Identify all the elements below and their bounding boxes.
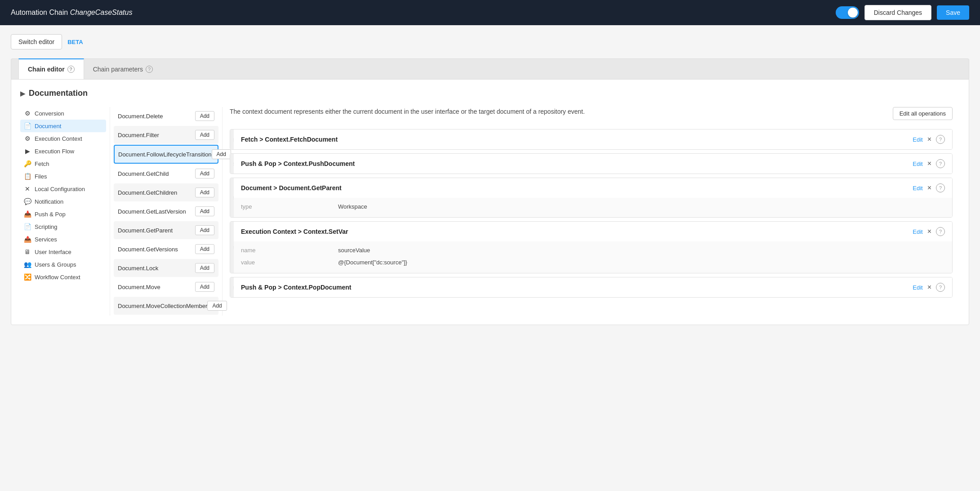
add-operation-button[interactable]: Add [195, 206, 214, 216]
category-item-workflow-context[interactable]: 🔀Workflow Context [20, 271, 106, 283]
category-item-push-pop[interactable]: 📥Push & Pop [20, 208, 106, 220]
save-button[interactable]: Save [937, 5, 969, 20]
category-item-scripting[interactable]: 📄Scripting [20, 220, 106, 233]
chain-op-actions: Edit × ? [913, 183, 945, 192]
category-item-document[interactable]: 📄Document [20, 120, 106, 132]
chain-description: The context document represents either t… [230, 107, 953, 116]
operation-row-doc-getlastversion[interactable]: Document.GetLastVersionAdd [114, 202, 218, 220]
edit-operation-button[interactable]: Edit [913, 185, 922, 192]
operation-help-button[interactable]: ? [936, 183, 945, 192]
category-item-services[interactable]: 📤Services [20, 233, 106, 246]
category-icon: ▶ [24, 147, 31, 155]
category-icon: 📥 [24, 210, 31, 218]
edit-all-operations-button[interactable]: Edit all operations [893, 107, 953, 120]
chain-op-header: Push & Pop > Context.PopDocument Edit × … [234, 277, 952, 297]
operation-row-doc-getversions[interactable]: Document.GetVersionsAdd [114, 240, 218, 258]
edit-operation-button[interactable]: Edit [913, 284, 922, 291]
edit-operation-button[interactable]: Edit [913, 161, 922, 167]
tab-chain-editor[interactable]: Chain editor ? [18, 58, 84, 79]
category-item-fetch[interactable]: 🔑Fetch [20, 157, 106, 170]
operation-row-doc-getchildren[interactable]: Document.GetChildrenAdd [114, 183, 218, 201]
toggle-switch[interactable] [836, 6, 859, 19]
drag-handle[interactable]: ⋮⋮ [230, 277, 234, 297]
param-value: Workspace [338, 201, 945, 212]
add-operation-button[interactable]: Add [195, 187, 214, 197]
category-icon: 💬 [24, 198, 31, 205]
topbar-actions: Discard Changes Save [836, 5, 969, 20]
tab-chain-parameters[interactable]: Chain parameters ? [84, 59, 162, 79]
tab-bar: Chain editor ? Chain parameters ? [11, 58, 969, 79]
operation-row-doc-lock[interactable]: Document.LockAdd [114, 259, 218, 277]
topbar: Automation Chain ChangeCaseStatus Discar… [0, 0, 980, 25]
add-operation-button[interactable]: Add [195, 225, 214, 235]
add-operation-button[interactable]: Add [195, 111, 214, 121]
documentation-section-header[interactable]: ▶ Documentation [20, 89, 960, 98]
category-icon: 📄 [24, 223, 31, 230]
category-item-user-interface[interactable]: 🖥User Interface [20, 246, 106, 258]
discard-changes-button[interactable]: Discard Changes [864, 5, 931, 20]
remove-operation-button[interactable]: × [927, 228, 931, 236]
add-operation-button[interactable]: Add [195, 263, 214, 273]
category-label: Scripting [35, 223, 58, 230]
drag-handle[interactable]: ⋮⋮ [230, 222, 234, 273]
operation-row-doc-follow[interactable]: Document.FollowLifecycleTransitionAdd [114, 145, 218, 164]
category-item-users-groups[interactable]: 👥Users & Groups [20, 258, 106, 271]
edit-operation-button[interactable]: Edit [913, 136, 922, 143]
remove-operation-button[interactable]: × [927, 184, 931, 192]
drag-handle[interactable]: ⋮⋮ [230, 178, 234, 217]
drag-handle[interactable]: ⋮⋮ [230, 129, 234, 149]
switch-editor-button[interactable]: Switch editor [11, 34, 62, 49]
beta-badge: BETA [67, 39, 83, 45]
add-operation-button[interactable]: Add [195, 130, 214, 140]
chain-op-doc-getparent-op: ⋮⋮ Document > Document.GetParent Edit × … [230, 178, 953, 218]
remove-operation-button[interactable]: × [927, 283, 931, 291]
category-item-notification[interactable]: 💬Notification [20, 195, 106, 208]
chain-op-inner: ⋮⋮ Document > Document.GetParent Edit × … [230, 178, 952, 217]
chain-panel: Edit all operations The context document… [223, 107, 960, 316]
operation-row-doc-getchild[interactable]: Document.GetChildAdd [114, 165, 218, 183]
operation-label: Document.Filter [118, 132, 159, 138]
category-label: Execution Context [35, 135, 82, 142]
add-operation-button[interactable]: Add [195, 244, 214, 254]
operation-row-doc-delete[interactable]: Document.DeleteAdd [114, 107, 218, 125]
operation-help-button[interactable]: ? [936, 227, 945, 236]
category-label: Push & Pop [35, 211, 66, 218]
operation-row-doc-movecollection[interactable]: Document.MoveCollectionMemberAdd [114, 297, 218, 315]
remove-operation-button[interactable]: × [927, 135, 931, 143]
remove-operation-button[interactable]: × [927, 160, 931, 168]
category-item-local-config[interactable]: ✕Local Configuration [20, 183, 106, 195]
category-item-execution-flow[interactable]: ▶Execution Flow [20, 145, 106, 157]
edit-operation-button[interactable]: Edit [913, 228, 922, 235]
chain-editor-help-icon[interactable]: ? [67, 66, 75, 73]
add-operation-button[interactable]: Add [195, 169, 214, 179]
chain-parameters-help-icon[interactable]: ? [146, 66, 153, 73]
chain-op-header: Push & Pop > Context.PushDocument Edit ×… [234, 154, 952, 174]
category-item-execution-context[interactable]: ⚙Execution Context [20, 132, 106, 145]
operation-label: Document.GetVersions [118, 246, 178, 253]
operation-help-button[interactable]: ? [936, 159, 945, 168]
operations-panel: Document.DeleteAddDocument.FilterAddDocu… [110, 107, 223, 316]
chain-op-header: Document > Document.GetParent Edit × ? [234, 178, 952, 198]
category-item-files[interactable]: 📋Files [20, 170, 106, 183]
drag-handle[interactable]: ⋮⋮ [230, 154, 234, 174]
operation-label: Document.GetChildren [118, 189, 177, 196]
add-operation-button[interactable]: Add [195, 282, 214, 292]
category-icon: 📤 [24, 236, 31, 243]
category-label: Workflow Context [35, 274, 80, 281]
operation-row-doc-getparent[interactable]: Document.GetParentAdd [114, 221, 218, 239]
operation-label: Document.FollowLifecycleTransition [118, 151, 212, 158]
chain-op-params: type Workspace [234, 198, 952, 217]
category-icon: ✕ [24, 185, 31, 192]
category-item-conversion[interactable]: ⚙Conversion [20, 107, 106, 120]
category-label: Conversion [35, 110, 64, 117]
toggle-knob [848, 8, 858, 18]
page-title: Automation Chain ChangeCaseStatus [11, 9, 132, 17]
chain-op-title: Push & Pop > Context.PushDocument [241, 160, 355, 167]
operation-help-button[interactable]: ? [936, 135, 945, 144]
category-label: Notification [35, 198, 63, 205]
category-label: Users & Groups [35, 261, 76, 268]
operation-row-doc-move[interactable]: Document.MoveAdd [114, 278, 218, 296]
operation-help-button[interactable]: ? [936, 283, 945, 292]
operation-row-doc-filter[interactable]: Document.FilterAdd [114, 126, 218, 144]
chain-op-push-pop-pop: ⋮⋮ Push & Pop > Context.PopDocument Edit… [230, 277, 953, 298]
